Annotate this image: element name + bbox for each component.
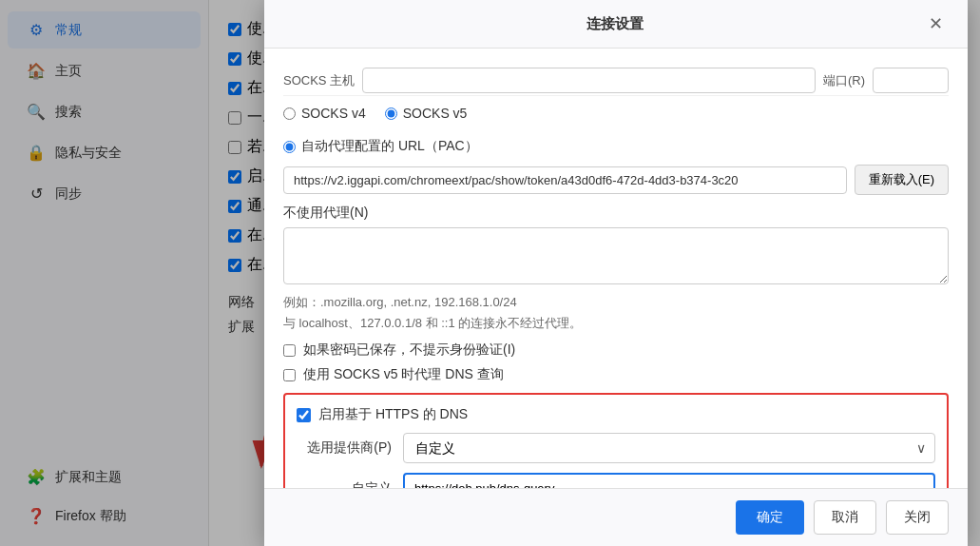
pac-radio[interactable] bbox=[283, 141, 296, 153]
close-button[interactable]: ✕ bbox=[923, 13, 949, 34]
socks-top-row: SOCKS 主机 端口(R) bbox=[283, 64, 949, 96]
socks-port-label: 端口(R) bbox=[823, 72, 865, 89]
provider-select[interactable]: 自定义 Cloudflare NextDNS bbox=[403, 433, 935, 463]
https-dns-enable-row: 启用基于 HTTPS 的 DNS bbox=[297, 406, 935, 423]
localhost-text: 与 localhost、127.0.0.1/8 和 ::1 的连接永不经过代理。 bbox=[283, 315, 949, 332]
pac-url-row: 重新载入(E) bbox=[283, 165, 949, 195]
dialog-footer: 确定 取消 关闭 bbox=[264, 488, 968, 546]
provider-select-wrapper: 自定义 Cloudflare NextDNS ∨ bbox=[403, 433, 935, 463]
https-dns-section: 启用基于 HTTPS 的 DNS 选用提供商(P) 自定义 Cloudflare… bbox=[283, 393, 949, 488]
custom-url-row: 自定义 bbox=[297, 473, 935, 488]
pac-url-input[interactable] bbox=[283, 166, 847, 194]
socks-dns-checkbox[interactable] bbox=[283, 369, 296, 381]
custom-dns-input[interactable] bbox=[403, 473, 935, 488]
reload-button[interactable]: 重新载入(E) bbox=[855, 165, 949, 195]
dialog-body: SOCKS 主机 端口(R) SOCKS v4 SOCKS v5 自动代理配置的… bbox=[264, 49, 968, 488]
dialog-close-button[interactable]: 关闭 bbox=[886, 500, 949, 535]
socks-v5-label[interactable]: SOCKS v5 bbox=[385, 106, 468, 121]
no-proxy-textarea[interactable] bbox=[283, 227, 949, 284]
custom-label: 自定义 bbox=[297, 480, 392, 489]
socks-v5-radio[interactable] bbox=[385, 107, 397, 120]
pac-row: 自动代理配置的 URL（PAC） bbox=[283, 138, 949, 155]
socks-host-input[interactable] bbox=[362, 68, 816, 93]
https-dns-checkbox[interactable] bbox=[297, 408, 311, 422]
dialog-header: 连接设置 ✕ bbox=[264, 0, 968, 49]
no-proxy-label: 不使用代理(N) bbox=[283, 205, 949, 222]
provider-label: 选用提供商(P) bbox=[297, 439, 392, 457]
socks-dns-row: 使用 SOCKS v5 时代理 DNS 查询 bbox=[283, 366, 949, 383]
hint-text: 例如：.mozilla.org, .net.nz, 192.168.1.0/24 bbox=[283, 294, 949, 311]
connection-settings-dialog: 连接设置 ✕ SOCKS 主机 端口(R) SOCKS v4 SOCKS v5 bbox=[264, 0, 968, 546]
save-password-checkbox[interactable] bbox=[283, 344, 296, 357]
socks-version-group: SOCKS v4 SOCKS v5 bbox=[283, 102, 949, 128]
socks-port-input[interactable] bbox=[873, 68, 949, 93]
confirm-button[interactable]: 确定 bbox=[736, 500, 804, 535]
pac-radio-label[interactable]: 自动代理配置的 URL（PAC） bbox=[283, 138, 478, 155]
provider-row: 选用提供商(P) 自定义 Cloudflare NextDNS ∨ bbox=[297, 433, 935, 463]
dialog-title: 连接设置 bbox=[306, 15, 923, 33]
socks-label: SOCKS 主机 bbox=[283, 72, 355, 89]
socks-v4-radio[interactable] bbox=[283, 107, 296, 120]
save-password-row: 如果密码已保存，不提示身份验证(I) bbox=[283, 341, 949, 359]
socks-v4-label[interactable]: SOCKS v4 bbox=[283, 106, 366, 121]
cancel-button[interactable]: 取消 bbox=[814, 500, 876, 535]
